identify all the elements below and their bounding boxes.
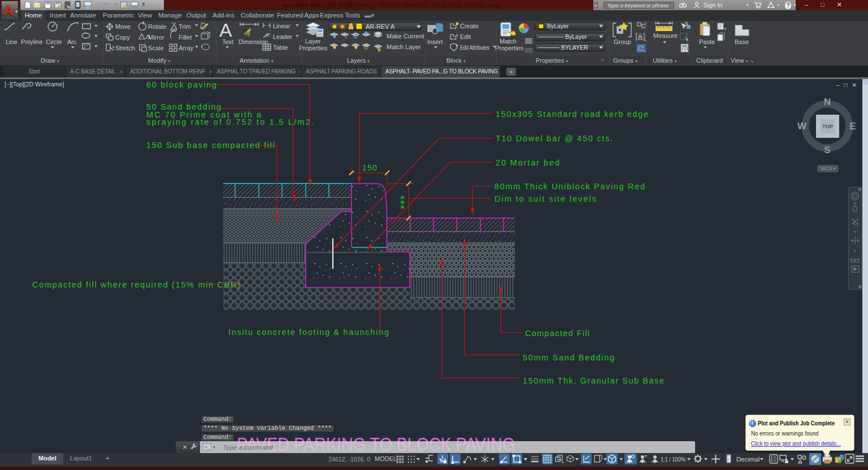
svg-text:A: A: [219, 21, 232, 41]
svg-text:Table: Table: [273, 44, 288, 51]
svg-text:150: 150: [362, 163, 377, 172]
svg-text:Dimension: Dimension: [238, 38, 268, 45]
svg-text:Match: Match: [500, 38, 517, 45]
svg-text:Move: Move: [115, 23, 131, 30]
svg-text:Properties: Properties: [495, 45, 524, 51]
svg-text:50mm Sand Bedding: 50mm Sand Bedding: [523, 353, 614, 362]
svg-text:Stretch: Stretch: [115, 45, 135, 51]
svg-text:1:1 / 100%: 1:1 / 100%: [661, 456, 685, 463]
svg-text:60 block paving: 60 block paving: [146, 80, 216, 89]
svg-text:Group: Group: [614, 38, 631, 45]
svg-text:150 Sub base compacted fill: 150 Sub base compacted fill: [146, 141, 275, 150]
svg-text:ByLayer: ByLayer: [565, 33, 587, 40]
svg-text:Base: Base: [735, 38, 749, 45]
svg-text:Insitu concrete footing & haun: Insitu concrete footing & haunching: [228, 328, 389, 337]
svg-text:BYLAYER: BYLAYER: [561, 44, 588, 51]
svg-text:Fillet: Fillet: [179, 34, 192, 41]
svg-text:Dim to suit site levels: Dim to suit site levels: [494, 194, 596, 203]
svg-text:Measure: Measure: [653, 32, 678, 39]
svg-text:Line: Line: [6, 38, 18, 45]
svg-text:Trim: Trim: [179, 23, 191, 30]
svg-text:Leader: Leader: [273, 33, 293, 40]
svg-text:Properties: Properties: [299, 45, 328, 51]
svg-text:S: S: [824, 145, 830, 155]
svg-text:Decimal: Decimal: [736, 456, 760, 463]
svg-text:Edit Attributes: Edit Attributes: [460, 44, 489, 51]
svg-text:Copy: Copy: [115, 34, 130, 41]
svg-text:Paste: Paste: [699, 38, 715, 45]
svg-text:T10 Dowel bar @ 450 cts.: T10 Dowel bar @ 450 cts.: [496, 134, 613, 143]
svg-text:Scale: Scale: [148, 45, 164, 51]
svg-text:20 Mortar bed: 20 Mortar bed: [496, 158, 559, 167]
svg-text:Mirror: Mirror: [148, 34, 164, 41]
svg-text:AR-REV A: AR-REV A: [366, 23, 395, 30]
svg-text:Linear: Linear: [273, 23, 290, 29]
svg-text:Edit: Edit: [460, 33, 471, 40]
svg-text:Layer: Layer: [305, 38, 321, 45]
svg-text:E: E: [849, 121, 856, 132]
svg-text:150x305 Standard road kerb edg: 150x305 Standard road kerb edge: [496, 110, 648, 119]
svg-text:TOP: TOP: [822, 123, 834, 129]
svg-text:Rotate: Rotate: [148, 23, 166, 30]
svg-text:Make Current: Make Current: [387, 33, 424, 40]
svg-text:Polyline: Polyline: [21, 38, 43, 45]
svg-text:Arc: Arc: [67, 38, 77, 45]
svg-text:80mm Thick Uniblock Paving Red: 80mm Thick Uniblock Paving Red: [494, 182, 645, 191]
svg-text:W: W: [797, 121, 807, 132]
svg-text:ByLayer: ByLayer: [547, 23, 569, 29]
svg-text:Insert: Insert: [427, 38, 443, 45]
svg-text:Compacted fill where required: Compacted fill where required (15% min C…: [32, 280, 240, 289]
svg-text:Array: Array: [179, 45, 194, 51]
svg-text:Create: Create: [460, 23, 479, 29]
svg-text:Compacted Fill: Compacted Fill: [525, 329, 589, 338]
svg-text:150mm Thk. Granular Sub Base: 150mm Thk. Granular Sub Base: [523, 376, 664, 385]
svg-text:N: N: [824, 97, 831, 107]
svg-text:Match Layer: Match Layer: [387, 43, 421, 50]
svg-text:Circle: Circle: [46, 38, 62, 45]
svg-text:Text: Text: [222, 38, 233, 45]
